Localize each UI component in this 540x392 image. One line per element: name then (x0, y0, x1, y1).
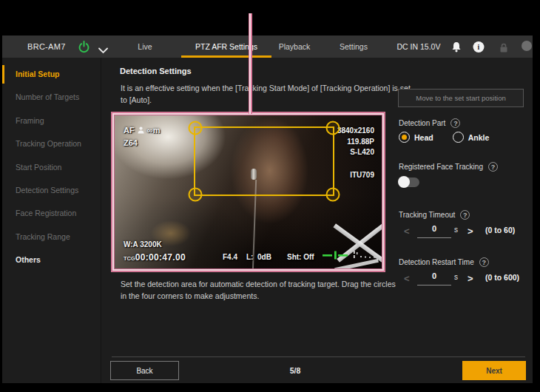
tab-live[interactable]: Live (138, 36, 152, 58)
detection-handle-bottom-right[interactable] (326, 188, 340, 202)
registered-face-tracking-label-row: Registered Face Tracking ? (399, 162, 498, 172)
detection-handle-top-left[interactable] (189, 121, 203, 135)
sidebar-item-initial-setup[interactable]: Initial Setup (2, 63, 101, 86)
app-window: BRC-AM7 Live PTZ AFR Settings Playback S… (2, 36, 533, 383)
detection-restart-time-unit: s (454, 273, 458, 281)
top-bar: BRC-AM7 Live PTZ AFR Settings Playback S… (2, 36, 533, 58)
main-content: Detection Settings It is an effective se… (102, 58, 533, 383)
radio-ankle-label: Ankle (468, 133, 490, 142)
sidebar-item-framing: Framing (2, 109, 101, 132)
next-button[interactable]: Next (462, 361, 526, 380)
tracking-timeout-unit: s (454, 226, 458, 234)
osd-timecode-value: 00:00:47.00 (135, 252, 186, 263)
osd-focus-mode: AF (124, 126, 135, 135)
help-icon[interactable]: ? (479, 257, 489, 267)
person-icon (138, 126, 144, 135)
detection-restart-time-value[interactable]: 0 (417, 271, 451, 285)
settings-panel: Move to the set start position Detection… (396, 58, 525, 383)
sidebar-item-others[interactable]: Others (2, 249, 101, 271)
osd-zoom: Z64 (124, 138, 138, 147)
info-icon[interactable]: i (473, 41, 485, 53)
tracking-timeout-range: (0 to 60) (485, 226, 515, 234)
radio-head-label: Head (414, 133, 433, 142)
detection-restart-time-range: (0 to 600) (485, 273, 519, 282)
sidebar-item-number-of-targets: Number of Targets (2, 86, 101, 109)
footer-divider (112, 356, 525, 357)
page-indicator: 5/8 (290, 366, 301, 375)
sidebar: Initial Setup Number of Targets Framing … (2, 58, 101, 383)
detection-handle-bottom-left[interactable] (189, 188, 203, 202)
sidebar-list: Initial Setup Number of Targets Framing … (2, 58, 101, 272)
tracking-timeout-increment[interactable]: > (468, 226, 473, 237)
sidebar-item-face-registration: Face Registration (2, 202, 101, 225)
tab-playback[interactable]: Playback (279, 36, 311, 58)
hint-text: Set the detection area for automatic det… (121, 278, 396, 303)
osd-resolution: 3840x2160 (337, 126, 374, 137)
detection-part-label-row: Detection Part ? (399, 118, 460, 128)
sidebar-item-start-position: Start Position (2, 156, 101, 179)
osd-frame-rate: 119.88P (337, 137, 374, 148)
osd-focus-distance: ∞m (147, 126, 161, 135)
back-button[interactable]: Back (110, 361, 179, 380)
osd-format-block: 3840x2160 119.88P S-L420 ITU709 (337, 126, 374, 180)
tracking-timeout-label: Tracking Timeout (399, 211, 455, 219)
power-icon[interactable] (78, 41, 90, 53)
osd-timecode-label: TCG (124, 255, 135, 262)
sidebar-item-tracking-operation: Tracking Operation (2, 132, 101, 155)
osd-iris: F4.4 (223, 253, 237, 261)
sidebar-item-detection-settings: Detection Settings (2, 179, 101, 202)
page-title: Detection Settings (120, 67, 192, 75)
tracking-timeout-label-row: Tracking Timeout ? (399, 210, 470, 220)
osd-shutter: Sht: Off (287, 253, 314, 261)
registered-face-tracking-toggle[interactable] (399, 178, 419, 187)
osd-gamma: S-L420 (337, 147, 374, 158)
osd-gain: L: 0dB (246, 253, 271, 261)
detection-restart-time-label: Detection Restart Time (399, 258, 474, 266)
registered-face-tracking-label: Registered Face Tracking (399, 163, 483, 171)
info-icon-glyph: i (473, 41, 485, 53)
lock-toggle-knob (522, 41, 532, 51)
help-icon[interactable]: ? (460, 210, 470, 220)
detection-restart-time-increment[interactable]: > (468, 273, 473, 284)
osd-color-space: ITU709 (337, 170, 374, 181)
radio-ankle[interactable]: Ankle (453, 132, 490, 143)
power-source-status: DC IN 15.0V (397, 36, 441, 58)
annotation-callout-line (249, 13, 252, 114)
bell-icon[interactable] (451, 41, 462, 55)
osd-focus: AF ∞m (124, 126, 160, 135)
detection-part-label: Detection Part (399, 119, 445, 127)
osd-white-balance: W:A 3200K (124, 240, 162, 249)
chevron-down-icon[interactable] (98, 44, 108, 50)
help-icon[interactable]: ? (488, 162, 498, 172)
osd-timecode: TCG00:00:47.00 (124, 252, 186, 263)
description-text: It is an effective setting when the [Tra… (121, 82, 414, 107)
annotation-callout-frame: AF ∞m Z64 3840x2160 119.88P S (111, 112, 385, 272)
radio-head[interactable]: Head (399, 132, 433, 143)
detection-area-rect[interactable] (194, 126, 334, 196)
detection-part-options: Head Ankle (399, 132, 489, 143)
tab-settings[interactable]: Settings (340, 36, 368, 58)
radio-head-dot (399, 132, 410, 143)
focus-level-meter-icon (323, 250, 380, 262)
tracking-timeout-value[interactable]: 0 (417, 224, 451, 238)
move-to-start-position-button[interactable]: Move to the set start position (398, 89, 524, 107)
lock-icon (499, 42, 508, 55)
camera-preview[interactable]: AF ∞m Z64 3840x2160 119.88P S (114, 115, 382, 269)
help-icon[interactable]: ? (450, 118, 460, 128)
page: BRC-AM7 Live PTZ AFR Settings Playback S… (0, 0, 540, 392)
sidebar-item-tracking-range: Tracking Range (2, 226, 101, 249)
device-name: BRC-AM7 (27, 36, 66, 58)
detection-restart-time-decrement[interactable]: < (404, 273, 410, 284)
tracking-timeout-decrement[interactable]: < (404, 226, 410, 237)
detection-restart-time-label-row: Detection Restart Time ? (399, 257, 489, 267)
detection-handle-top-right[interactable] (326, 121, 340, 135)
radio-ankle-dot (453, 132, 464, 143)
registered-face-tracking-toggle-knob (398, 176, 410, 188)
